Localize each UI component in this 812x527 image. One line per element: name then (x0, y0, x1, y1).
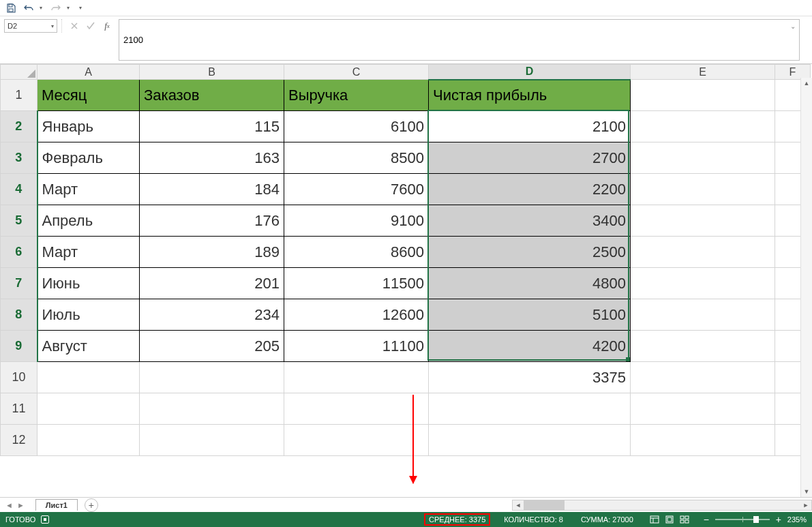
name-box[interactable]: D2 ▾ (4, 19, 57, 33)
cell-B5[interactable]: 176 (140, 205, 284, 237)
cell-E6[interactable] (631, 237, 775, 268)
cell-E4[interactable] (631, 174, 775, 205)
cell-D1[interactable]: Чистая прибыль (429, 80, 631, 111)
row-header-3[interactable]: 3 (1, 142, 37, 174)
cell-D4[interactable]: 2200 (429, 174, 631, 205)
cell-B10[interactable] (140, 362, 284, 393)
cell-C5[interactable]: 9100 (284, 205, 429, 237)
row-header-4[interactable]: 4 (1, 174, 37, 205)
row-header-8[interactable]: 8 (1, 299, 37, 331)
cell-C3[interactable]: 8500 (284, 142, 429, 174)
save-button[interactable] (4, 1, 18, 15)
cell-A5[interactable]: Апрель (37, 205, 140, 237)
view-normal-button[interactable] (647, 514, 662, 525)
cell-C7[interactable]: 11500 (284, 268, 429, 299)
cell-C1[interactable]: Выручка (284, 80, 429, 111)
horizontal-scrollbar[interactable]: ◄ ► (512, 500, 812, 511)
cell-D10[interactable]: 3375 (429, 362, 631, 393)
cell-B3[interactable]: 163 (140, 142, 284, 174)
cell-B1[interactable]: Заказов (140, 80, 284, 111)
row-header-7[interactable]: 7 (1, 268, 37, 299)
sheet-nav-next[interactable]: ► (16, 501, 26, 509)
cell-A2[interactable]: Январь (37, 111, 140, 142)
cell-C10[interactable] (284, 362, 429, 393)
qat-customize[interactable]: ▾ (79, 5, 85, 11)
zoom-level[interactable]: 235% (787, 515, 807, 524)
cell-E10[interactable] (631, 362, 775, 393)
enter-formula-button[interactable] (83, 19, 98, 33)
row-header-5[interactable]: 5 (1, 205, 37, 237)
zoom-in-button[interactable]: + (774, 514, 783, 525)
row-header-10[interactable]: 10 (1, 362, 37, 393)
column-header-B[interactable]: B (140, 65, 284, 80)
cell-A3[interactable]: Февраль (37, 142, 140, 174)
cell-E8[interactable] (631, 299, 775, 331)
cell-A6[interactable]: Март (37, 237, 140, 268)
cell-C4[interactable]: 7600 (284, 174, 429, 205)
view-page-break-button[interactable] (677, 514, 692, 525)
undo-dropdown[interactable]: ▾ (40, 5, 45, 11)
cell-E12[interactable] (631, 425, 775, 456)
cell-A1[interactable]: Месяц (37, 80, 140, 111)
cell-D9[interactable]: 4200 (429, 331, 631, 362)
cell-B12[interactable] (140, 425, 284, 456)
redo-button[interactable] (49, 1, 63, 15)
column-header-E[interactable]: E (631, 65, 775, 80)
cell-D7[interactable]: 4800 (429, 268, 631, 299)
cell-A4[interactable]: Март (37, 174, 140, 205)
cell-D3[interactable]: 2700 (429, 142, 631, 174)
row-header-9[interactable]: 9 (1, 331, 37, 362)
column-header-C[interactable]: C (284, 65, 429, 80)
cell-D11[interactable] (429, 393, 631, 425)
cell-E7[interactable] (631, 268, 775, 299)
cell-C9[interactable]: 11100 (284, 331, 429, 362)
cell-C6[interactable]: 8600 (284, 237, 429, 268)
cell-A11[interactable] (37, 393, 140, 425)
cell-B2[interactable]: 115 (140, 111, 284, 142)
cell-B8[interactable]: 234 (140, 299, 284, 331)
row-header-12[interactable]: 12 (1, 425, 37, 456)
redo-dropdown[interactable]: ▾ (67, 5, 72, 11)
cell-C11[interactable] (284, 393, 429, 425)
column-header-A[interactable]: A (37, 65, 140, 80)
row-header-6[interactable]: 6 (1, 237, 37, 268)
view-page-layout-button[interactable] (662, 514, 677, 525)
cell-D8[interactable]: 5100 (429, 299, 631, 331)
cell-D2[interactable]: 2100 (429, 111, 631, 142)
insert-function-button[interactable]: fx (100, 19, 115, 33)
cell-E2[interactable] (631, 111, 775, 142)
macro-record-icon[interactable] (41, 515, 49, 524)
cell-B9[interactable]: 205 (140, 331, 284, 362)
cell-C2[interactable]: 6100 (284, 111, 429, 142)
cell-D6[interactable]: 2500 (429, 237, 631, 268)
cell-D12[interactable] (429, 425, 631, 456)
cell-C12[interactable] (284, 425, 429, 456)
cell-A7[interactable]: Июнь (37, 268, 140, 299)
cell-E9[interactable] (631, 331, 775, 362)
zoom-slider[interactable] (715, 519, 770, 520)
cancel-formula-button[interactable] (67, 19, 82, 33)
vertical-scrollbar[interactable]: ▲ ▼ (800, 78, 812, 497)
row-header-2[interactable]: 2 (1, 111, 37, 142)
cell-C8[interactable]: 12600 (284, 299, 429, 331)
cell-E3[interactable] (631, 142, 775, 174)
cell-A10[interactable] (37, 362, 140, 393)
cell-A12[interactable] (37, 425, 140, 456)
select-all-corner[interactable] (1, 65, 37, 80)
cell-E1[interactable] (631, 80, 775, 111)
add-sheet-button[interactable]: + (85, 498, 98, 512)
sheet-nav-prev[interactable]: ◄ (4, 501, 14, 509)
cell-E11[interactable] (631, 393, 775, 425)
cell-A9[interactable]: Август (37, 331, 140, 362)
worksheet-grid[interactable]: ABCDEF1МесяцЗаказовВыручкаЧистая прибыль… (0, 64, 812, 497)
zoom-out-button[interactable]: − (702, 514, 711, 525)
undo-button[interactable] (22, 1, 35, 15)
cell-D5[interactable]: 3400 (429, 205, 631, 237)
cell-B6[interactable]: 189 (140, 237, 284, 268)
cell-B7[interactable]: 201 (140, 268, 284, 299)
name-box-dropdown[interactable]: ▾ (51, 23, 54, 29)
cell-B4[interactable]: 184 (140, 174, 284, 205)
cell-E5[interactable] (631, 205, 775, 237)
formula-input[interactable] (119, 20, 799, 60)
row-header-1[interactable]: 1 (1, 80, 37, 111)
